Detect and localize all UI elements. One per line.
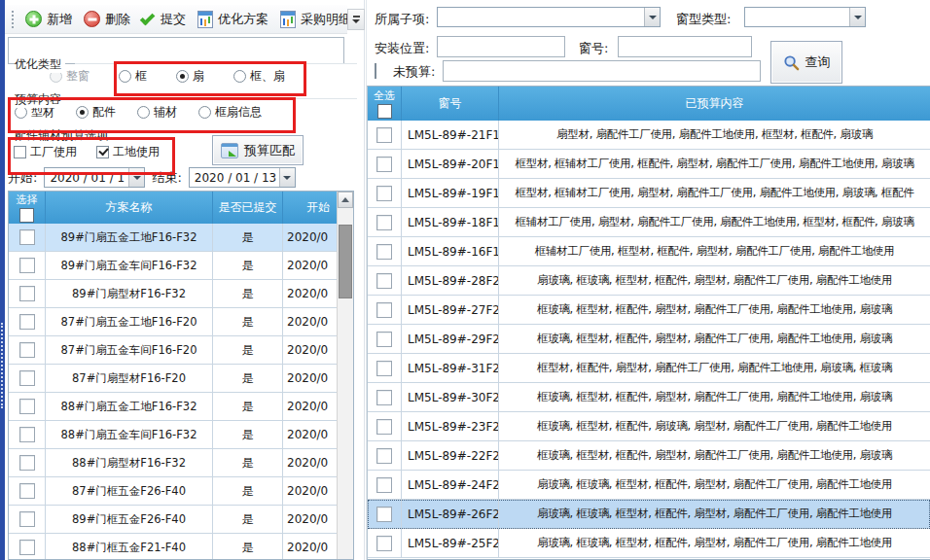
window-row[interactable]: LM5L-89#-21F19扇型材, 扇配件工厂使用, 扇配件工地使用, 框型材…: [368, 121, 930, 150]
row-checkbox[interactable]: [19, 229, 35, 245]
scroll-up-button[interactable]: [338, 192, 353, 208]
row-checkbox[interactable]: [19, 370, 35, 386]
plan-row[interactable]: 88#门扇五金车间F16-F32是2020/0: [9, 421, 353, 449]
group-divider: [75, 63, 357, 64]
row-checkbox[interactable]: [19, 427, 35, 442]
row-checkbox[interactable]: [376, 127, 392, 143]
delete-button[interactable]: 删除: [78, 8, 136, 31]
row-checkbox[interactable]: [376, 419, 392, 435]
date-start-picker[interactable]: 2020 / 01 / 1: [44, 167, 145, 188]
date-start-label: 开始:: [8, 169, 37, 187]
submit-button[interactable]: 提交: [136, 8, 192, 31]
no-budget-input[interactable]: [443, 60, 761, 82]
win-type-select[interactable]: [744, 7, 866, 27]
plan-row[interactable]: 87#门扇五金车间F16-F20是2020/0: [9, 336, 353, 365]
row-checkbox[interactable]: [19, 540, 35, 555]
col-budgeted-header[interactable]: 已预算内容: [499, 87, 930, 121]
row-checkbox[interactable]: [19, 511, 35, 527]
chevron-down-icon[interactable]: [279, 168, 295, 187]
radio-option[interactable]: 框扇信息: [198, 104, 262, 121]
row-checkbox[interactable]: [376, 507, 392, 522]
query-button[interactable]: 查询: [770, 41, 842, 84]
row-checkbox[interactable]: [19, 399, 35, 414]
window-content-cell: 框玻璃, 框型材, 框配件, 扇型材, 扇配件工厂使用, 扇配件工地使用, 扇玻…: [499, 441, 930, 471]
row-checkbox[interactable]: [376, 361, 392, 376]
window-content-cell: 框辅材工厂使用, 扇型材, 扇配件工厂使用, 扇配件工地使用, 框型材, 框配件…: [499, 208, 930, 237]
window-row[interactable]: LM5L-89#-18F16框辅材工厂使用, 扇型材, 扇配件工厂使用, 扇配件…: [368, 208, 930, 237]
row-checkbox[interactable]: [376, 186, 392, 201]
budget-match-button[interactable]: 预算匹配: [212, 135, 304, 165]
row-checkbox[interactable]: [19, 314, 35, 330]
chevron-down-icon[interactable]: [128, 168, 144, 187]
plan-row[interactable]: 87#门扇型材F16-F20是2020/0: [9, 365, 353, 393]
row-checkbox[interactable]: [19, 455, 35, 471]
toolbar-overflow-button[interactable]: [347, 9, 365, 30]
plan-row[interactable]: 89#门扇型材F16-F32是2020/0: [9, 280, 353, 308]
row-checkbox[interactable]: [376, 244, 392, 260]
window-row[interactable]: LM5L-89#-19F17框型材, 框辅材工厂使用, 扇型材, 扇配件工厂使用…: [368, 179, 930, 208]
row-checkbox[interactable]: [376, 477, 392, 493]
win-no-input[interactable]: [618, 36, 752, 57]
row-checkbox[interactable]: [19, 258, 35, 273]
plan-submitted-cell: 是: [213, 477, 283, 506]
plan-row[interactable]: 87#门框五金F26-F40是2020/0: [9, 477, 353, 506]
install-pos-input[interactable]: [437, 36, 565, 57]
plan-row[interactable]: 89#门扇五金工地F16-F32是2020/0: [9, 224, 353, 252]
window-row[interactable]: LM5L-89#-22F20框玻璃, 框型材, 框配件, 扇型材, 扇配件工厂使…: [368, 441, 930, 471]
sub-item-select[interactable]: [437, 7, 661, 27]
window-row[interactable]: LM5L-89#-26F24扇玻璃, 框玻璃, 框型材, 框配件, 扇型材, 扇…: [368, 500, 930, 529]
window-row[interactable]: LM5L-89#-16F15框辅材工厂使用, 框型材, 框配件, 扇型材, 扇配…: [368, 237, 930, 266]
plan-name-cell: 88#门框五金F21-F40: [46, 534, 213, 560]
row-checkbox[interactable]: [376, 273, 392, 289]
row-checkbox[interactable]: [376, 302, 392, 318]
radio-option[interactable]: 辅材: [137, 104, 177, 121]
row-checkbox[interactable]: [376, 215, 392, 230]
row-checkbox[interactable]: [376, 536, 392, 551]
scrollbar-thumb[interactable]: [339, 225, 352, 298]
window-row[interactable]: LM5L-89#-31F29框型材, 框配件, 扇型材, 扇配件工厂使用, 扇配…: [368, 354, 930, 383]
date-end-picker[interactable]: 2020 / 01 / 13: [189, 167, 296, 188]
optimize-plan-button[interactable]: 优化方案: [192, 8, 274, 31]
add-button[interactable]: 新增: [19, 8, 78, 31]
row-checkbox[interactable]: [376, 448, 392, 464]
window-row[interactable]: LM5L-89#-24F22扇玻璃, 框玻璃, 框型材, 框配件, 扇型材, 扇…: [368, 471, 930, 500]
window-row[interactable]: LM5L-89#-30F28框玻璃, 框型材, 框配件, 扇型材, 扇配件工厂使…: [368, 383, 930, 412]
row-checkbox[interactable]: [19, 342, 35, 358]
plan-row[interactable]: 89#门扇五金车间F16-F32是2020/0: [9, 252, 353, 280]
select-all-checkbox[interactable]: [377, 104, 392, 119]
window-row[interactable]: LM5L-89#-25F23扇玻璃, 框玻璃, 框型材, 框配件, 扇型材, 扇…: [368, 529, 930, 558]
row-checkbox[interactable]: [376, 332, 392, 347]
splitter-grip[interactable]: [1, 323, 3, 408]
plan-row[interactable]: 89#门框五金F26-F40是2020/0: [9, 506, 353, 534]
window-row[interactable]: LM5L-89#-29F27框玻璃, 框型材, 框配件, 扇型材, 扇配件工厂使…: [368, 325, 930, 354]
row-checkbox[interactable]: [376, 157, 392, 172]
col-submitted-header[interactable]: 是否已提交: [213, 192, 283, 224]
select-all-checkbox[interactable]: [19, 208, 34, 223]
col-win-no-header[interactable]: 窗号: [402, 87, 499, 121]
row-checkbox[interactable]: [19, 286, 35, 301]
window-row[interactable]: LM5L-89#-27F25框玻璃, 框型材, 框配件, 扇型材, 扇配件工厂使…: [368, 296, 930, 325]
plan-row[interactable]: 88#门框五金F21-F40是2020/0: [9, 534, 353, 560]
chevron-down-icon[interactable]: [849, 8, 865, 26]
plan-row[interactable]: 88#门扇型材F16-F32是2020/0: [9, 449, 353, 477]
checkbox-option[interactable]: 工地使用: [96, 144, 160, 160]
toolbar-grip-icon[interactable]: [12, 11, 14, 28]
plan-row[interactable]: 87#门扇五金工地F16-F20是2020/0: [9, 308, 353, 336]
radio-option[interactable]: 扇: [176, 68, 204, 85]
radio-option[interactable]: 框、扇: [233, 68, 285, 85]
no-budget-checkbox[interactable]: [375, 63, 376, 79]
window-row[interactable]: LM5L-89#-23F21框玻璃, 框型材, 框配件, 扇玻璃, 扇型材, 扇…: [368, 412, 930, 441]
window-table-header: 全选 窗号 已预算内容: [368, 87, 930, 121]
window-content-cell: 框型材, 框配件, 扇型材, 扇配件工厂使用, 扇配件工地使用, 扇玻璃, 框玻…: [499, 354, 930, 383]
plan-row[interactable]: 88#门扇五金工地F16-F32是2020/0: [9, 393, 353, 421]
checkbox-option[interactable]: 工厂使用: [14, 144, 77, 160]
window-row[interactable]: LM5L-89#-20F18框型材, 框辅材工厂使用, 框配件, 扇型材, 扇配…: [368, 150, 930, 179]
col-plan-name-header[interactable]: 方案名称: [46, 192, 213, 224]
row-checkbox[interactable]: [19, 483, 35, 499]
chevron-down-icon[interactable]: [644, 8, 660, 26]
radio-option[interactable]: 框: [119, 68, 147, 85]
radio-option[interactable]: 配件: [76, 104, 116, 121]
window-row[interactable]: LM5L-89#-28F26扇玻璃, 框玻璃, 框型材, 框配件, 扇型材, 扇…: [368, 266, 930, 296]
plan-table-scrollbar[interactable]: [337, 192, 353, 559]
row-checkbox[interactable]: [376, 390, 392, 405]
